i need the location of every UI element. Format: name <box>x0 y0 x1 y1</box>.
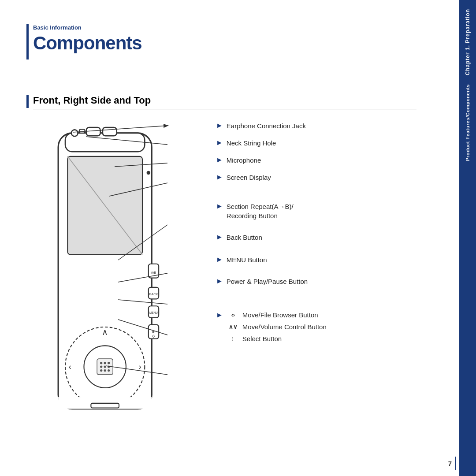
arrow-icon: ► <box>216 202 223 210</box>
chevron-lr-icon: ‹ › <box>227 312 239 319</box>
svg-text:MENU: MENU <box>149 311 158 314</box>
svg-rect-35 <box>91 403 119 408</box>
arrow-icon: ► <box>216 156 223 164</box>
page-title: Components <box>33 33 142 54</box>
label-screen: ► Screen Display <box>216 173 436 182</box>
svg-point-21 <box>100 362 102 364</box>
svg-point-4 <box>71 130 78 136</box>
label-back: ► Back Button <box>216 233 436 242</box>
svg-rect-2 <box>86 127 100 136</box>
basic-info-label: Basic Information <box>33 24 142 31</box>
label-screen-text: Screen Display <box>227 173 271 182</box>
svg-point-25 <box>104 365 106 368</box>
chevron-ud-icon: ∧ ∨ <box>227 324 239 331</box>
label-section-repeat-text: Section Repeat(A→B)/Recording Button <box>227 202 294 220</box>
label-move-volume-text: Move/Volume Control Button <box>242 322 327 331</box>
arrow-icon: ► <box>216 139 223 147</box>
svg-point-29 <box>108 369 110 372</box>
sidebar-chapter-label: Chapter 1. Preparation <box>465 9 471 75</box>
svg-text:∧: ∧ <box>102 327 108 337</box>
header-section: Basic Information Components <box>33 24 142 54</box>
label-select: ⁝ Select Button <box>227 334 327 343</box>
label-power: ► Power & Play/Pause Button <box>216 277 436 286</box>
label-microphone-text: Microphone <box>227 156 261 165</box>
svg-text:A/B: A/B <box>151 271 156 275</box>
label-back-text: Back Button <box>227 233 262 242</box>
svg-text:BACK: BACK <box>149 292 158 296</box>
arrow-icon: ► <box>216 233 223 241</box>
arrow-icon: ► <box>216 173 223 181</box>
svg-point-28 <box>104 369 106 372</box>
labels-area: ► Earphone Connection Jack ► Neck String… <box>216 119 436 349</box>
svg-text:‹: ‹ <box>68 362 71 371</box>
svg-point-6 <box>147 171 150 175</box>
svg-rect-3 <box>103 127 117 136</box>
label-menu-text: MENU Button <box>227 255 267 264</box>
label-move-file-text: Move/File Browser Button <box>242 310 318 320</box>
bottom-labels: ► ‹ › Move/File Browser Button ∧ ∨ Move/… <box>216 310 436 346</box>
page-number-bar <box>455 457 456 470</box>
label-neck-text: Neck String Hole <box>227 138 276 148</box>
label-earphone-text: Earphone Connection Jack <box>227 121 306 130</box>
label-select-text: Select Button <box>242 334 282 343</box>
page-number: 7 <box>448 460 452 467</box>
label-move-file: ‹ › Move/File Browser Button <box>227 310 327 320</box>
label-neck: ► Neck String Hole <box>216 138 436 148</box>
svg-text:⏻: ⏻ <box>152 335 155 338</box>
grid-icon: ⁝ <box>227 335 239 342</box>
svg-point-23 <box>108 362 110 364</box>
page-accent-bar <box>26 24 29 60</box>
svg-text:›: › <box>139 362 141 371</box>
sidebar-product-label: Product Features/Components <box>465 84 470 161</box>
label-section-repeat: ► Section Repeat(A→B)/Recording Button <box>216 202 436 220</box>
section-accent-bar <box>26 95 29 108</box>
label-earphone: ► Earphone Connection Jack <box>216 121 436 130</box>
arrow-icon: ► <box>216 122 223 130</box>
label-menu: ► MENU Button <box>216 255 436 264</box>
svg-point-26 <box>108 365 110 368</box>
section-title: Front, Right Side and Top <box>33 95 416 109</box>
right-sidebar: Chapter 1. Preparation Product Features/… <box>459 0 476 476</box>
device-illustration: A/B BACK MENU ▶ ⏻ ‹ › <box>26 119 212 428</box>
arrow-icon: ► <box>216 256 223 264</box>
svg-rect-5 <box>79 129 85 133</box>
svg-point-27 <box>100 369 102 372</box>
label-power-text: Power & Play/Pause Button <box>227 277 308 286</box>
label-move-volume: ∧ ∨ Move/Volume Control Button <box>227 322 327 331</box>
svg-point-22 <box>104 362 106 364</box>
arrow-icon: ► <box>216 277 223 285</box>
label-microphone: ► Microphone <box>216 156 436 165</box>
svg-point-24 <box>100 365 102 368</box>
